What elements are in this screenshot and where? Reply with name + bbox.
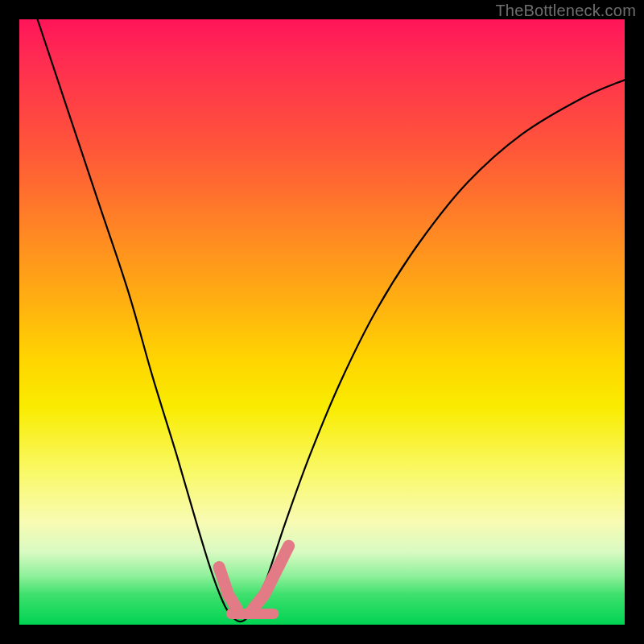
plot-area — [19, 19, 625, 625]
curve-svg — [19, 19, 625, 625]
highlight-left-brace — [219, 568, 237, 610]
bottleneck-curve — [38, 19, 625, 621]
chart-frame: TheBottleneck.com — [0, 0, 644, 644]
highlight-right-brace — [253, 546, 289, 609]
watermark: TheBottleneck.com — [495, 2, 636, 20]
